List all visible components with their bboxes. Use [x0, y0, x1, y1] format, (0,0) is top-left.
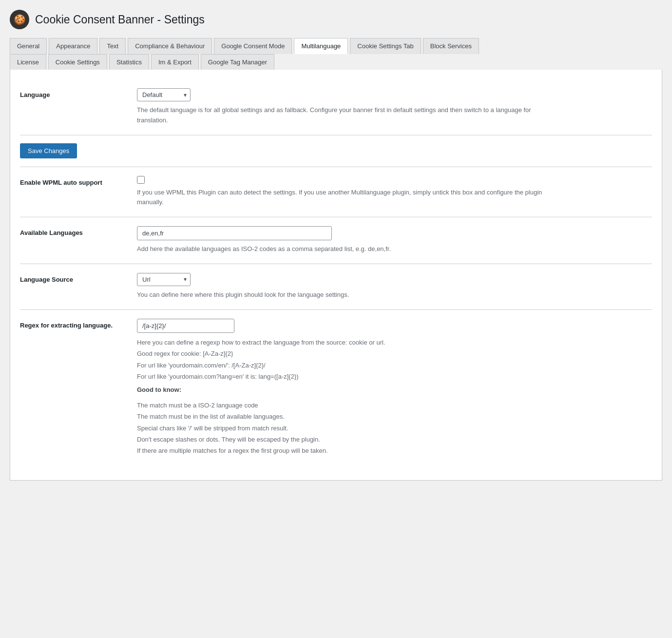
tabs-row-1: General Appearance Text Compliance & Beh… — [10, 38, 662, 54]
regex-bullet-1: The match must be a ISO-2 language code — [137, 400, 652, 411]
available-languages-label: Available Languages — [20, 226, 137, 236]
regex-bullet-5: If there are multiple matches for a rege… — [137, 445, 652, 456]
available-languages-content: Add here the available languages as ISO-… — [137, 226, 652, 254]
language-label: Language — [20, 88, 137, 98]
language-source-select[interactable]: Url Cookie Browser — [137, 273, 191, 286]
regex-list: The match must be a ISO-2 language code … — [137, 400, 652, 457]
page-title-row: 🍪 Cookie Consent Banner - Settings — [10, 10, 662, 29]
language-select[interactable]: Default — [137, 88, 191, 101]
regex-input[interactable] — [137, 319, 234, 333]
language-select-wrap[interactable]: Default — [137, 88, 191, 101]
regex-label: Regex for extracting language. — [20, 319, 137, 329]
tab-multilanguage[interactable]: Multilanguage — [294, 38, 348, 54]
tab-statistics[interactable]: Statistics — [109, 54, 149, 70]
regex-note-2: Good regex for cookie: [A-Za-z]{2} — [137, 348, 652, 359]
wpml-checkbox[interactable] — [137, 176, 145, 184]
tab-cookie-settings[interactable]: Cookie Settings — [48, 54, 107, 70]
good-to-know: Good to know: — [137, 384, 652, 395]
tab-cookie-settings-tab[interactable]: Cookie Settings Tab — [350, 38, 421, 54]
tab-text[interactable]: Text — [99, 38, 126, 54]
app-icon: 🍪 — [10, 10, 29, 29]
regex-note-3: For url like 'yourdomain.com/en/': /[A-Z… — [137, 360, 652, 371]
regex-bullet-4: Don't escape slashes or dots. They will … — [137, 434, 652, 445]
tab-compliance[interactable]: Compliance & Behaviour — [128, 38, 212, 54]
available-languages-section: Available Languages Add here the availab… — [20, 217, 652, 264]
page-wrapper: 🍪 Cookie Consent Banner - Settings Gener… — [0, 0, 672, 638]
wpml-checkbox-wrapper[interactable] — [137, 176, 652, 184]
language-description: The default language is for all global s… — [137, 105, 551, 126]
language-source-content: Url Cookie Browser You can define here w… — [137, 273, 652, 300]
language-content: Default The default language is for all … — [137, 88, 652, 126]
language-source-section: Language Source Url Cookie Browser You c… — [20, 264, 652, 309]
language-source-description: You can define here where this plugin sh… — [137, 290, 551, 300]
wpml-content: If you use WPML this Plugin can auto det… — [137, 176, 652, 208]
language-source-label: Language Source — [20, 273, 137, 283]
regex-notes: Here you can define a regexp how to extr… — [137, 337, 652, 396]
tab-google-tag-manager[interactable]: Google Tag Manager — [201, 54, 274, 70]
wpml-label: Enable WPML auto support — [20, 176, 137, 186]
wpml-description: If you use WPML this Plugin can auto det… — [137, 188, 551, 208]
regex-note-4: For url like 'yourdomain.com?lang=en' it… — [137, 371, 652, 382]
save-changes-row: Save Changes — [20, 135, 652, 167]
tab-google-consent[interactable]: Google Consent Mode — [214, 38, 292, 54]
tab-general[interactable]: General — [10, 38, 47, 54]
cookie-icon: 🍪 — [14, 14, 26, 25]
regex-section: Regex for extracting language. Here you … — [20, 310, 652, 465]
regex-bullet-3: Special chars like '/' will be stripped … — [137, 423, 652, 434]
tab-license[interactable]: License — [10, 54, 46, 70]
language-section: Language Default The default language is… — [20, 79, 652, 135]
tab-appearance[interactable]: Appearance — [49, 38, 97, 54]
save-changes-button[interactable]: Save Changes — [20, 143, 77, 158]
tab-block-services[interactable]: Block Services — [423, 38, 479, 54]
content-area: Language Default The default language is… — [10, 70, 662, 481]
language-source-select-wrap[interactable]: Url Cookie Browser — [137, 273, 191, 286]
wpml-section: Enable WPML auto support If you use WPML… — [20, 167, 652, 217]
page-title: Cookie Consent Banner - Settings — [35, 13, 205, 26]
regex-note-1: Here you can define a regexp how to extr… — [137, 337, 652, 348]
available-languages-input[interactable] — [137, 226, 332, 240]
available-languages-description: Add here the available languages as ISO-… — [137, 244, 551, 254]
regex-content: Here you can define a regexp how to extr… — [137, 319, 652, 457]
tabs-row-2: License Cookie Settings Statistics Im & … — [10, 54, 662, 70]
regex-bullet-2: The match must be in the list of availab… — [137, 411, 652, 422]
tab-im-export[interactable]: Im & Export — [151, 54, 199, 70]
